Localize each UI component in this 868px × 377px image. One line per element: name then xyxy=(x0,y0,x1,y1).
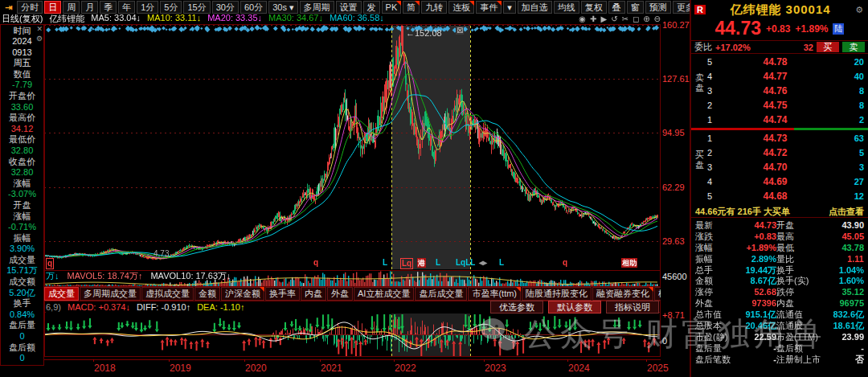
buy-button[interactable]: 买 xyxy=(817,42,839,52)
indicator-tab[interactable]: 陆股通持股变化 xyxy=(522,287,592,301)
ask-row[interactable]: 544.7820 xyxy=(691,55,868,69)
toolbar-item[interactable]: 事件 xyxy=(476,1,502,14)
toolbar-item[interactable]: 5分 xyxy=(160,1,182,14)
param-button[interactable]: 默认参数 xyxy=(548,301,601,313)
event-marker[interactable]: 港 xyxy=(417,258,426,268)
toolbar-item[interactable]: 连板 xyxy=(448,1,474,14)
toolbar-item[interactable]: 均线 xyxy=(554,1,579,14)
event-marker[interactable]: Lq xyxy=(400,258,413,269)
bid-row[interactable]: 444.6927 xyxy=(691,174,868,189)
info-row: 32.80 xyxy=(1,167,43,178)
indicator-tab[interactable]: 融资融券变化 xyxy=(592,287,653,301)
ma-value-label: MA30: 34.67↓ xyxy=(268,13,323,25)
ask-row[interactable]: 344.768 xyxy=(691,84,868,98)
event-marker[interactable]: L xyxy=(499,258,504,268)
toolbar-item[interactable]: 季 xyxy=(100,1,117,14)
toolbar-item[interactable]: 复权 xyxy=(581,1,607,14)
toolbar-item[interactable]: ▾ xyxy=(503,1,516,14)
toolbar-item[interactable]: 简 xyxy=(403,1,420,14)
event-marker[interactable]: L xyxy=(383,258,387,268)
zoom-out-icon[interactable]: ⊖ xyxy=(654,14,661,23)
toolbar-item[interactable]: 日 xyxy=(44,1,61,14)
event-marker[interactable]: 相助 xyxy=(621,258,637,268)
event-marker[interactable]: L xyxy=(436,258,440,268)
toolbar-item[interactable]: PK xyxy=(382,1,402,14)
indicator-tab[interactable]: 外盘 xyxy=(327,287,353,301)
bid-row[interactable]: 244.725 xyxy=(691,145,868,160)
toolbar-item[interactable]: 多周期 xyxy=(300,1,334,14)
r-badge: R xyxy=(694,5,706,14)
ask-row[interactable]: 244.758 xyxy=(691,98,868,113)
event-marker[interactable]: ◂▸ xyxy=(479,258,487,268)
info-row: 成交量 xyxy=(1,255,43,266)
indicator-tab[interactable]: 沪深金额 xyxy=(221,287,264,301)
big-order-notice[interactable]: 44.66元有 216手 大买单 点击查看 xyxy=(691,206,868,218)
ask-row[interactable]: 144.742 xyxy=(691,113,868,127)
toolbar-item[interactable]: 30s ▾ xyxy=(268,1,297,14)
notice-link[interactable]: 点击查看 xyxy=(829,206,864,217)
ask-row[interactable]: 444.7740 xyxy=(691,69,868,84)
stats-row: 涨幅+1.89%最低43.78 xyxy=(691,243,868,254)
weibi-row: 委比 +17.02% 32 买 卖 xyxy=(691,40,868,54)
info-row: 周五 xyxy=(1,58,43,69)
play-icon[interactable]: ▶ xyxy=(600,14,607,23)
close-icon[interactable]: ✕ xyxy=(36,25,43,33)
gear-icon[interactable]: ⚙ xyxy=(855,5,863,15)
param-buttons: 优选参数默认参数指标说明 xyxy=(490,301,659,313)
macd-value-label: MACD: +0.374↓ xyxy=(68,302,130,312)
event-marker[interactable]: q xyxy=(313,258,318,268)
toolbar-item[interactable]: 窗 xyxy=(627,1,644,14)
info-row: 振幅 xyxy=(1,233,43,244)
bid-row[interactable]: 344.703 xyxy=(691,160,868,174)
info-row: 最高价 xyxy=(1,113,43,124)
indicator-tab[interactable]: 虚拟成交量 xyxy=(141,287,194,301)
sell-button[interactable]: 卖 xyxy=(842,42,865,52)
indicator-tab[interactable]: 市盈率(ttm) xyxy=(468,287,521,301)
stats-row: 总股本20.46亿流通股18.61亿 xyxy=(691,321,868,332)
lock-icon[interactable]: ◻ xyxy=(633,14,639,23)
toolbar-item[interactable]: 15分 xyxy=(183,1,210,14)
toolbar-item[interactable]: 九转 xyxy=(421,1,447,14)
undo-icon[interactable]: ↺ xyxy=(611,14,617,23)
gear-icon[interactable]: ⚙ xyxy=(36,35,43,43)
indicator-tab[interactable]: 机构探测器 xyxy=(654,287,661,301)
indicator-tab[interactable]: 成交量 xyxy=(44,287,79,301)
toolbar-item[interactable]: 设置 xyxy=(336,1,362,14)
toolbar-item[interactable]: 30分 xyxy=(212,1,239,14)
zoom-in-icon[interactable]: ⊕ xyxy=(643,14,649,23)
toolbar-item[interactable]: 月 xyxy=(81,1,98,14)
indicator-tab[interactable]: AI立桩成交量 xyxy=(354,287,414,301)
param-button[interactable]: 指标说明 xyxy=(606,301,659,313)
toolbar-item[interactable]: 叠 xyxy=(608,1,625,14)
scissors-icon[interactable]: ✂ xyxy=(622,14,628,23)
indicator-tab[interactable]: 金额 xyxy=(194,287,220,301)
selection-close-icon[interactable]: ⊠ xyxy=(456,27,464,35)
stats-row: 外盘97396内盘96975 xyxy=(691,298,868,309)
toolbar-item[interactable]: 周 xyxy=(63,1,80,14)
stock-trading-app: ⇥分时日周月季年1分5分15分30分60分30s ▾多周期设置 发PK简九转连板… xyxy=(0,0,868,377)
event-marker[interactable]: LqLL xyxy=(456,258,475,268)
eye-icon[interactable]: ◉ xyxy=(579,14,586,23)
hand-icon[interactable]: ✚ xyxy=(590,14,596,23)
param-button[interactable]: 优选参数 xyxy=(490,301,543,313)
event-marker[interactable]: q xyxy=(563,258,567,268)
indicator-tab[interactable]: 盘后成交量 xyxy=(415,287,467,301)
indicator-tab[interactable]: 换手率 xyxy=(265,287,300,301)
toolbar-item[interactable]: 60分 xyxy=(240,1,267,14)
x-axis-year-label: 2019 xyxy=(170,363,191,374)
stock-name-code[interactable]: 亿纬锂能 300014 xyxy=(706,2,855,18)
low-price-annotation: ←4.73 xyxy=(145,249,169,258)
toolbar-item[interactable]: 年 xyxy=(118,1,135,14)
toolbar-item[interactable]: 预测 xyxy=(645,1,671,14)
indicator-tab[interactable]: 内盘 xyxy=(301,287,326,301)
toolbar-item[interactable]: 分时 xyxy=(17,1,43,14)
event-marker[interactable]: q xyxy=(46,258,54,269)
toolbar-item[interactable]: ⇥ xyxy=(2,2,15,13)
toolbar-item[interactable]: 加自选 xyxy=(518,1,552,14)
indicator-tab[interactable]: 多周期成交量 xyxy=(80,287,141,301)
toolbar-item[interactable]: 1分 xyxy=(137,1,158,14)
toolbar-item[interactable]: 发 xyxy=(363,1,380,14)
y-axis-label: 160.27 xyxy=(662,20,690,30)
bid-row[interactable]: 544.6812 xyxy=(691,189,868,203)
bid-row[interactable]: 144.7363 xyxy=(691,131,868,145)
